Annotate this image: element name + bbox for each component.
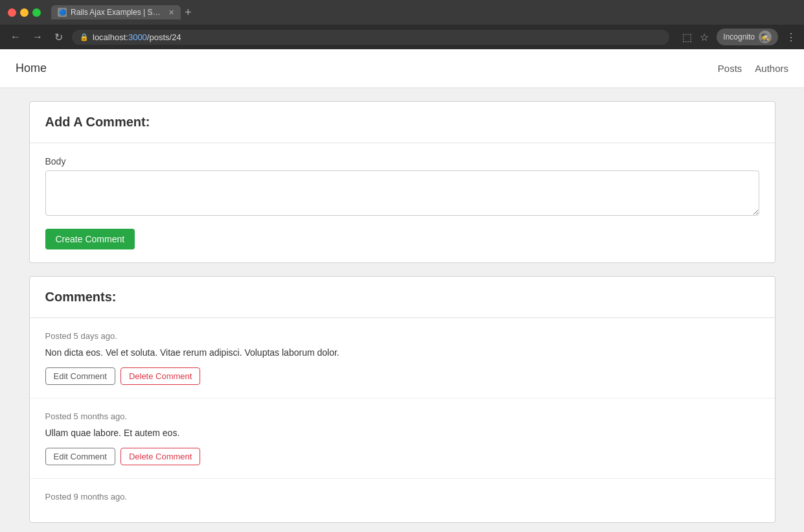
lock-icon: 🔒	[80, 33, 89, 41]
tab-favicon: 🔵	[58, 8, 67, 17]
title-bar: 🔵 Rails Ajax Examples | Steve Po ✕ +	[0, 0, 804, 25]
comment-body: Non dicta eos. Vel et soluta. Vitae reru…	[45, 346, 759, 360]
page-wrapper: Home Posts Authors Add A Comment: Body C…	[0, 49, 804, 532]
navbar: Home Posts Authors	[0, 49, 804, 88]
comment-item: Posted 5 days ago. Non dicta eos. Vel et…	[30, 318, 775, 399]
comments-title: Comments:	[45, 290, 759, 305]
url-suffix: /posts/24	[147, 32, 181, 42]
add-comment-card-header: Add A Comment:	[30, 102, 775, 143]
active-tab[interactable]: 🔵 Rails Ajax Examples | Steve Po ✕	[51, 5, 181, 19]
tab-close-icon[interactable]: ✕	[168, 8, 174, 17]
add-comment-card-body: Body Create Comment	[30, 143, 775, 262]
add-comment-title: Add A Comment:	[45, 115, 759, 130]
more-options-icon[interactable]: ⋮	[786, 31, 796, 43]
edit-comment-button[interactable]: Edit Comment	[45, 448, 115, 465]
nav-link-authors[interactable]: Authors	[755, 63, 788, 74]
incognito-avatar: 🕵	[759, 30, 772, 43]
url-port: 3000	[128, 32, 147, 42]
comment-actions: Edit Comment Delete Comment	[45, 367, 759, 385]
comment-meta: Posted 9 months ago.	[45, 492, 759, 502]
nav-link-posts[interactable]: Posts	[718, 63, 742, 74]
body-form-group: Body	[45, 156, 759, 218]
address-input[interactable]: 🔒 localhost:3000/posts/24	[72, 30, 669, 45]
comments-header: Comments:	[30, 277, 775, 318]
incognito-badge: Incognito 🕵	[717, 29, 778, 45]
comment-item: Posted 9 months ago.	[30, 479, 775, 522]
comment-item: Posted 5 months ago. Ullam quae labore. …	[30, 399, 775, 479]
comment-actions: Edit Comment Delete Comment	[45, 448, 759, 465]
browser-chrome: 🔵 Rails Ajax Examples | Steve Po ✕ + ← →…	[0, 0, 804, 49]
comments-section: Comments: Posted 5 days ago. Non dicta e…	[29, 276, 775, 523]
delete-comment-button[interactable]: Delete Comment	[121, 367, 201, 385]
window-controls	[8, 8, 41, 17]
forward-button[interactable]: →	[30, 30, 45, 44]
bookmark-icon[interactable]: ☆	[700, 31, 709, 43]
comment-meta: Posted 5 months ago.	[45, 411, 759, 421]
url-prefix: localhost:	[93, 32, 128, 42]
nav-links: Posts Authors	[718, 63, 788, 74]
back-button[interactable]: ←	[8, 30, 23, 44]
maximize-window-button[interactable]	[32, 8, 41, 17]
close-window-button[interactable]	[8, 8, 16, 17]
body-label: Body	[45, 156, 759, 167]
add-comment-card: Add A Comment: Body Create Comment	[29, 101, 775, 263]
comment-body: Ullam quae labore. Et autem eos.	[45, 426, 759, 440]
body-textarea[interactable]	[45, 170, 759, 216]
incognito-label: Incognito	[723, 32, 755, 41]
nav-brand[interactable]: Home	[16, 62, 47, 75]
tab-bar: 🔵 Rails Ajax Examples | Steve Po ✕ +	[51, 5, 796, 19]
delete-comment-button[interactable]: Delete Comment	[121, 448, 201, 465]
address-text: localhost:3000/posts/24	[93, 32, 661, 42]
create-comment-button[interactable]: Create Comment	[45, 229, 135, 249]
comment-meta: Posted 5 days ago.	[45, 331, 759, 341]
browser-toolbar-right: ⬚ ☆ Incognito 🕵 ⋮	[682, 29, 796, 45]
edit-comment-button[interactable]: Edit Comment	[45, 367, 115, 385]
minimize-window-button[interactable]	[20, 8, 29, 17]
screenshot-icon[interactable]: ⬚	[682, 31, 692, 43]
address-bar: ← → ↻ 🔒 localhost:3000/posts/24 ⬚ ☆ Inco…	[0, 25, 804, 49]
new-tab-button[interactable]: +	[185, 6, 192, 19]
main-content: Add A Comment: Body Create Comment Comme…	[14, 88, 791, 532]
reload-button[interactable]: ↻	[52, 30, 65, 45]
tab-title: Rails Ajax Examples | Steve Po	[71, 8, 162, 17]
